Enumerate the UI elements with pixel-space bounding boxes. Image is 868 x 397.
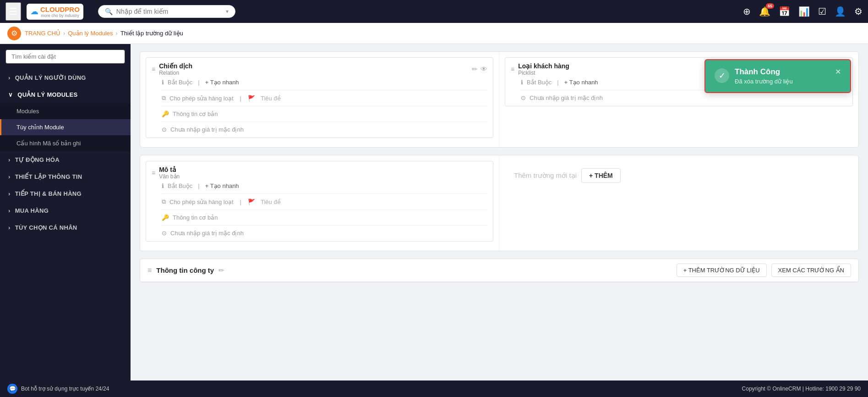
settings-gear-icon: ⚙ bbox=[7, 27, 21, 40]
field-card-header-mo-ta: ≡ Mô tả Văn bản bbox=[152, 166, 487, 180]
sidebar-arrow-modules: ∨ bbox=[8, 91, 13, 98]
section-header-thong-tin-cty: ≡ Thông tin công ty ✏ + THÊM TRƯỜNG DỮ L… bbox=[140, 259, 858, 282]
footer-chat-text: Bot hỗ trợ sử dụng trực tuyến 24/24 bbox=[21, 386, 109, 392]
breadcrumb-level2: Thiết lập trường dữ liệu bbox=[120, 30, 183, 37]
chat-icon[interactable]: 💬 bbox=[7, 384, 17, 394]
field-col-right-empty: Thêm trường mới tại + THÊM bbox=[499, 155, 858, 251]
info-icon-kh: ℹ bbox=[521, 79, 523, 86]
section-card-top: ≡ Chiến dịch Relation ✏ 👁 bbox=[140, 51, 859, 148]
sidebar-item-users[interactable]: › QUẢN LÝ NGƯỜI DÙNG bbox=[0, 69, 131, 86]
field-type-mo-ta: Văn bản bbox=[159, 173, 180, 180]
drag-handle-section[interactable]: ≡ bbox=[147, 266, 152, 275]
field-name-chien-dich: Chiến dịch bbox=[159, 62, 192, 70]
add-field-btn-mo-ta[interactable]: + THÊM bbox=[581, 168, 621, 183]
info-icon-chien-dich: ℹ bbox=[162, 79, 164, 86]
hide-icon-chien-dich[interactable]: 👁 bbox=[480, 65, 487, 73]
breadcrumb-level1[interactable]: Quản lý Modules bbox=[68, 30, 113, 37]
breadcrumb: ⚙ TRANG CHỦ › Quản lý Modules › Thiết lậ… bbox=[0, 23, 868, 44]
sidebar-arrow-auto: › bbox=[8, 156, 11, 163]
sidebar-item-ma-so[interactable]: Cấu hình Mã số bản ghi bbox=[0, 135, 131, 151]
circle-icon-kh: ⊙ bbox=[521, 94, 526, 101]
bat-buoc-label: Bắt Buộc bbox=[168, 79, 192, 86]
tao-nhanh-btn-mo-ta[interactable]: + Tạo nhanh bbox=[205, 182, 239, 189]
checklist-icon[interactable]: ☑ bbox=[818, 6, 826, 17]
sidebar-item-tiepthi[interactable]: › TIẾP THỊ & BÁN HÀNG bbox=[0, 185, 131, 202]
drag-handle-loai-kh[interactable]: ≡ bbox=[511, 66, 514, 73]
field-icons-chien-dich: ✏ 👁 bbox=[472, 65, 487, 73]
top-navbar: ☰ ☁ CLOUDPRO more cho by industry 🔍 ▾ ⊕ … bbox=[0, 0, 868, 23]
hamburger-button[interactable]: ☰ bbox=[5, 2, 21, 21]
sidebar: › QUẢN LÝ NGƯỜI DÙNG ∨ QUẢN LÝ MODULES M… bbox=[0, 44, 131, 397]
chart-icon[interactable]: 📊 bbox=[798, 6, 810, 17]
edit-icon-section[interactable]: ✏ bbox=[218, 266, 224, 275]
thong-tin-label: Thông tin cơ bản bbox=[173, 110, 218, 117]
section-card-mo-ta: ≡ Mô tả Văn bản ℹ Bắt Buộc | + Tạ bbox=[140, 155, 859, 251]
sidebar-search bbox=[0, 44, 131, 69]
bat-buoc-row-mo-ta: ℹ Bắt Buộc | + Tạo nhanh bbox=[162, 182, 487, 189]
bat-buoc-row: ℹ Bắt Buộc | + Tạo nhanh bbox=[162, 79, 487, 86]
section-actions-thong-tin-cty: + THÊM TRƯỜNG DỮ LIỆU XEM CÁC TRƯỜNG ẨN bbox=[677, 264, 851, 277]
logo-text: CLOUDPRO bbox=[40, 6, 80, 13]
sidebar-label-tuychon: TÙY CHỌN CÁ NHÂN bbox=[15, 224, 77, 231]
cho-phep-row-mo-ta: ⧉ Cho phép sửa hàng loạt | 🚩 Tiêu đề bbox=[162, 198, 487, 205]
nav-icons: ⊕ 🔔 65 📅 📊 ☑ 👤 ⚙ bbox=[743, 6, 863, 17]
sidebar-arrow-tuychon: › bbox=[8, 224, 11, 231]
chua-nhap-row-mo-ta: ⊙ Chưa nhập giá trị mặc định bbox=[162, 230, 487, 237]
settings-icon[interactable]: ⚙ bbox=[854, 6, 863, 17]
drag-handle-mo-ta[interactable]: ≡ bbox=[152, 169, 155, 176]
field-type-chien-dich: Relation bbox=[159, 70, 192, 76]
toast-close-button[interactable]: ✕ bbox=[835, 67, 841, 76]
breadcrumb-text: TRANG CHỦ › Quản lý Modules › Thiết lập … bbox=[25, 30, 183, 37]
sidebar-search-input[interactable] bbox=[5, 50, 125, 64]
toast-success: ✓ Thành Công Đã xóa trường dữ liệu ✕ bbox=[704, 59, 851, 93]
sidebar-item-modules-list[interactable]: Modules bbox=[0, 103, 131, 119]
user-icon[interactable]: 👤 bbox=[835, 6, 846, 17]
main-content: ≡ Chiến dịch Relation ✏ 👁 bbox=[131, 44, 868, 397]
sidebar-item-muahang[interactable]: › MUA HÀNG bbox=[0, 202, 131, 219]
sidebar-item-auto[interactable]: › TỰ ĐỘNG HÓA bbox=[0, 151, 131, 168]
sidebar-item-thietlap[interactable]: › THIẾT LẬP THÔNG TIN bbox=[0, 168, 131, 185]
breadcrumb-home[interactable]: TRANG CHỦ bbox=[25, 30, 60, 37]
chua-nhap-label-kh: Chưa nhập giá trị mặc định bbox=[530, 94, 603, 101]
notification-badge: 65 bbox=[766, 3, 774, 9]
thong-tin-row-mo-ta: 🔑 Thông tin cơ bản bbox=[162, 214, 487, 221]
footer-copyright: Copyright © OnlineCRM | Hotline: 1900 29… bbox=[742, 386, 861, 392]
field-name-loai-kh: Loại khách hàng bbox=[518, 62, 569, 70]
sidebar-item-tuy-chinh[interactable]: Tùy chỉnh Module bbox=[0, 119, 131, 135]
field-options-chien-dich: ℹ Bắt Buộc | + Tạo nhanh ⧉ Cho phép sửa … bbox=[152, 79, 487, 133]
tao-nhanh-btn-chien-dich[interactable]: + Tạo nhanh bbox=[205, 79, 239, 86]
calendar-icon[interactable]: 📅 bbox=[779, 6, 790, 17]
sidebar-arrow-muahang: › bbox=[8, 207, 11, 214]
tao-nhanh-btn-kh[interactable]: + Tạo nhanh bbox=[564, 79, 598, 86]
add-field-button[interactable]: + THÊM TRƯỜNG DỮ LIỆU bbox=[677, 264, 767, 277]
search-input[interactable] bbox=[116, 8, 222, 15]
view-hidden-button[interactable]: XEM CÁC TRƯỜNG ẨN bbox=[771, 264, 851, 277]
edit-icon-chien-dich[interactable]: ✏ bbox=[472, 65, 478, 73]
layout: › QUẢN LÝ NGƯỜI DÙNG ∨ QUẢN LÝ MODULES M… bbox=[0, 44, 868, 397]
chua-nhap-row: ⊙ Chưa nhập giá trị mặc định bbox=[162, 126, 487, 133]
toast-check-icon: ✓ bbox=[715, 68, 729, 83]
bat-buoc-label-mo-ta: Bắt Buộc bbox=[168, 182, 192, 189]
chevron-down-icon: ▾ bbox=[226, 8, 229, 15]
cho-phep-label-mo-ta: Cho phép sửa hàng loạt bbox=[169, 198, 234, 205]
sidebar-label-modules: QUẢN LÝ MODULES bbox=[17, 91, 77, 98]
chua-nhap-label-mo-ta: Chưa nhập giá trị mặc định bbox=[170, 230, 244, 237]
logo-sub: more cho by industry bbox=[40, 13, 80, 18]
sidebar-label-muahang: MUA HÀNG bbox=[15, 207, 49, 214]
search-icon: 🔍 bbox=[105, 8, 113, 15]
notifications-icon[interactable]: 🔔 65 bbox=[759, 6, 770, 17]
chua-nhap-row-kh: ⊙ Chưa nhập giá trị mặc định bbox=[521, 94, 847, 101]
section-title-thong-tin-cty: Thông tin công ty bbox=[156, 266, 214, 274]
field-card-chien-dich: ≡ Chiến dịch Relation ✏ 👁 bbox=[146, 57, 493, 138]
field-type-loai-kh: Picklist bbox=[518, 70, 569, 76]
drag-handle-chien-dich[interactable]: ≡ bbox=[152, 66, 155, 73]
thong-tin-row: 🔑 Thông tin cơ bản bbox=[162, 110, 487, 117]
add-icon[interactable]: ⊕ bbox=[743, 6, 751, 17]
circle-icon-mo-ta: ⊙ bbox=[162, 230, 167, 237]
field-card-mo-ta: ≡ Mô tả Văn bản ℹ Bắt Buộc | + Tạ bbox=[146, 161, 493, 242]
sidebar-label-tiepthi: TIẾP THỊ & BÁN HÀNG bbox=[15, 190, 82, 197]
field-col-left-mo-ta: ≡ Mô tả Văn bản ℹ Bắt Buộc | + Tạ bbox=[140, 155, 499, 251]
sidebar-arrow-tiepthi: › bbox=[8, 190, 11, 197]
sidebar-item-tuychon[interactable]: › TÙY CHỌN CÁ NHÂN bbox=[0, 219, 131, 236]
sidebar-item-modules[interactable]: ∨ QUẢN LÝ MODULES bbox=[0, 86, 131, 103]
